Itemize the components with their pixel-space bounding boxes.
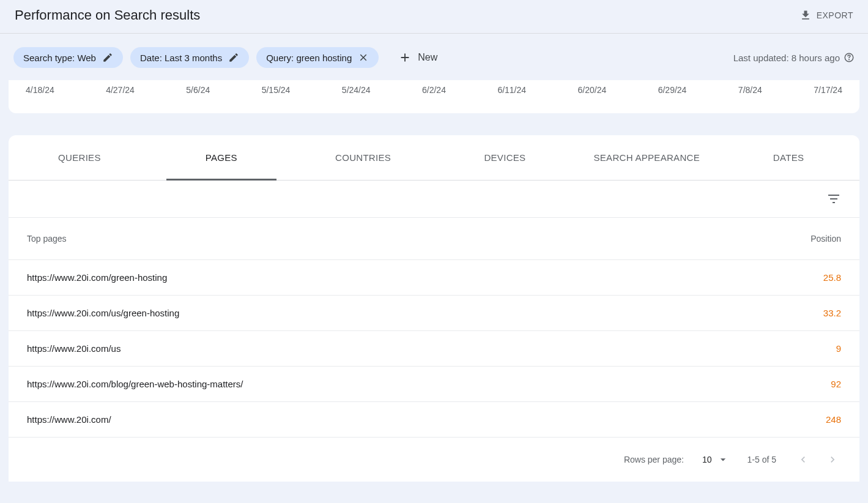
edit-icon [102, 52, 113, 63]
new-label: New [418, 52, 437, 63]
last-updated-text: Last updated: 8 hours ago [733, 53, 840, 63]
timeline-date: 4/27/24 [106, 85, 135, 95]
timeline-date: 4/18/24 [26, 85, 54, 95]
timeline-date: 7/17/24 [814, 85, 842, 95]
page-position: 92 [831, 379, 841, 389]
table-row[interactable]: https://www.20i.com/green-hosting25.8 [9, 260, 859, 296]
svg-point-1 [849, 59, 850, 60]
table-row[interactable]: https://www.20i.com/us/green-hosting33.2 [9, 296, 859, 331]
page-position: 25.8 [823, 272, 841, 283]
tab-countries[interactable]: COUNTRIES [292, 135, 434, 180]
tab-queries[interactable]: QUERIES [9, 135, 150, 180]
new-filter-button[interactable]: New [391, 46, 445, 69]
rows-per-page-label: Rows per page: [624, 455, 684, 464]
filter-icon[interactable] [826, 192, 841, 206]
tab-pages[interactable]: PAGES [150, 135, 292, 180]
filter-chip-query[interactable]: Query: green hosting [256, 47, 379, 68]
last-updated: Last updated: 8 hours ago [733, 52, 855, 63]
help-icon[interactable] [844, 52, 855, 63]
page-url: https://www.20i.com/ [27, 414, 111, 425]
rows-per-page-select[interactable]: 10 [702, 453, 729, 466]
page-url: https://www.20i.com/us [27, 343, 121, 354]
timeline-axis: 4/18/244/27/245/6/245/15/245/24/246/2/24… [9, 80, 859, 113]
timeline-date: 6/29/24 [658, 85, 687, 95]
page-position: 33.2 [823, 308, 841, 318]
page-title: Performance on Search results [15, 7, 200, 23]
export-button[interactable]: EXPORT [799, 9, 853, 21]
chip-label: Search type: Web [23, 53, 96, 63]
timeline-date: 6/11/24 [497, 85, 526, 95]
timeline-date: 6/20/24 [578, 85, 607, 95]
tab-dates[interactable]: DATES [718, 135, 859, 180]
edit-icon [228, 52, 239, 63]
plus-icon [398, 51, 412, 64]
timeline-date: 6/2/24 [422, 85, 446, 95]
chip-label: Date: Last 3 months [140, 53, 222, 63]
prev-page-button[interactable] [795, 451, 812, 468]
table-row[interactable]: https://www.20i.com/248 [9, 402, 859, 438]
table-row[interactable]: https://www.20i.com/us9 [9, 331, 859, 367]
filter-chip-search-type[interactable]: Search type: Web [13, 47, 123, 68]
table-row[interactable]: https://www.20i.com/blog/green-web-hosti… [9, 367, 859, 402]
timeline-date: 7/8/24 [738, 85, 762, 95]
page-url: https://www.20i.com/us/green-hosting [27, 308, 179, 318]
page-url: https://www.20i.com/blog/green-web-hosti… [27, 379, 243, 389]
timeline-date: 5/6/24 [186, 85, 210, 95]
chip-label: Query: green hosting [266, 53, 352, 63]
tabs: QUERIES PAGES COUNTRIES DEVICES SEARCH A… [9, 135, 859, 181]
download-icon [799, 9, 812, 21]
close-icon[interactable] [358, 52, 369, 63]
export-label: EXPORT [817, 10, 853, 20]
table-header: Top pages Position [9, 218, 859, 260]
dropdown-icon [717, 453, 729, 466]
pagination-range: 1-5 of 5 [747, 455, 776, 464]
filter-chip-date[interactable]: Date: Last 3 months [130, 47, 249, 68]
column-header-pages: Top pages [27, 234, 67, 244]
timeline-date: 5/15/24 [262, 85, 291, 95]
page-position: 9 [836, 343, 841, 354]
tab-devices[interactable]: DEVICES [434, 135, 576, 180]
tab-search-appearance[interactable]: SEARCH APPEARANCE [576, 135, 718, 180]
next-page-button[interactable] [824, 451, 841, 468]
page-url: https://www.20i.com/green-hosting [27, 272, 167, 283]
timeline-date: 5/24/24 [342, 85, 371, 95]
page-position: 248 [826, 414, 841, 425]
rows-value: 10 [702, 455, 712, 464]
column-header-position[interactable]: Position [811, 234, 841, 244]
